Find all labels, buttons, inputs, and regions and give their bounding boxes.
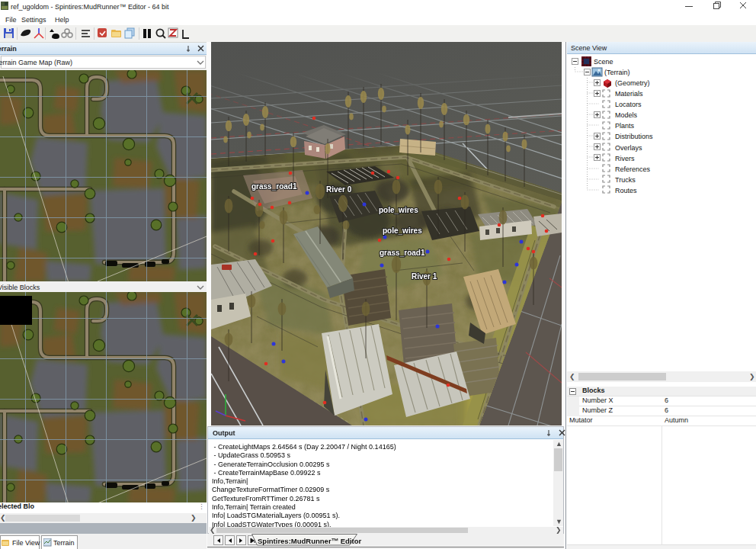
svg-text:Scene: Scene — [594, 58, 613, 66]
svg-text:pole_wires: pole_wires — [383, 226, 422, 235]
svg-text:Plants: Plants — [615, 122, 635, 130]
svg-text:References: References — [615, 165, 651, 173]
svg-text:(Terrain): (Terrain) — [604, 69, 630, 76]
svg-text:Distributions: Distributions — [615, 133, 653, 140]
svg-text:Overlays: Overlays — [615, 144, 642, 152]
svg-text:pole_wires: pole_wires — [379, 206, 418, 214]
svg-text:Materials: Materials — [615, 90, 643, 98]
svg-text:(Geometry): (Geometry) — [615, 79, 650, 87]
svg-text:River 1: River 1 — [412, 272, 437, 281]
svg-text:River 0: River 0 — [326, 185, 352, 194]
svg-text:Models: Models — [615, 111, 638, 119]
svg-text:grass_road1: grass_road1 — [380, 249, 425, 257]
svg-text:Rivers: Rivers — [615, 155, 635, 162]
svg-text:Locators: Locators — [615, 101, 642, 108]
svg-text:grass_road1: grass_road1 — [251, 182, 297, 191]
svg-text:Routes: Routes — [615, 187, 637, 194]
svg-text:Trucks: Trucks — [615, 176, 636, 184]
